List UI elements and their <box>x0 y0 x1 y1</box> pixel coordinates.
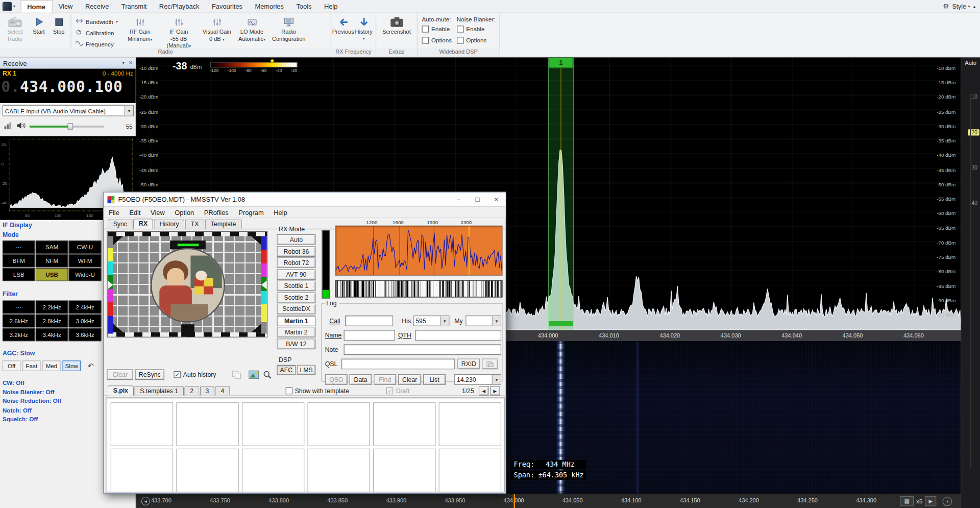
rx-mode-button[interactable]: Robot 72 <box>277 257 315 268</box>
mode-button[interactable]: SAM <box>36 240 68 254</box>
his-select[interactable]: 595▼ <box>413 316 449 326</box>
auto-history-checkbox[interactable]: Auto history <box>174 371 216 378</box>
prev-page-button[interactable]: ◀ <box>479 386 489 395</box>
filter-button[interactable]: 2.2kHz <box>36 301 68 314</box>
dropdown-arrow-icon[interactable]: ▼ <box>492 375 501 384</box>
filter-button[interactable]: 3.2kHz <box>3 328 35 342</box>
filter-button[interactable]: 3.6kHz <box>69 328 102 342</box>
mmsstv-menu-item[interactable]: Edit <box>125 208 146 216</box>
qth-input[interactable] <box>415 330 501 341</box>
rx-mode-button[interactable]: AVT 90 <box>277 269 315 280</box>
mmsstv-tab[interactable]: TX <box>185 220 205 229</box>
qsl-input[interactable] <box>341 358 455 369</box>
volume-slider-thumb[interactable] <box>67 123 73 130</box>
show-with-template-checkbox[interactable]: Show with template <box>285 388 349 396</box>
mode-button[interactable]: ··· <box>3 240 35 254</box>
stored-picture-slot[interactable] <box>111 402 173 446</box>
radio-configuration-button[interactable]: Radio Configuration <box>270 14 308 42</box>
noise-blanker-options-checkbox[interactable]: Options <box>457 36 496 45</box>
name-label[interactable]: Name <box>325 332 342 338</box>
stored-picture-slot[interactable] <box>439 402 501 446</box>
mmsstv-menu-item[interactable]: PRofiles <box>199 208 233 216</box>
mode-button[interactable]: Wide-U <box>69 268 102 281</box>
rx-mode-button[interactable]: Scottie 2 <box>277 292 315 303</box>
mmsstv-title-bar[interactable]: F5OEO (F5OEO.MDT) - MMSSTV Ver 1.08 – □ … <box>104 192 505 207</box>
note-input[interactable] <box>344 344 501 355</box>
panel-collapse-icon[interactable]: ▾ <box>122 60 125 65</box>
rf-gain-button[interactable]: RF Gain Minimum▾ <box>122 14 158 42</box>
range-auto-label[interactable]: Auto <box>961 58 980 66</box>
mmsstv-menu-item[interactable]: View <box>145 208 169 216</box>
ribbon-collapse-icon[interactable]: ▴ <box>972 4 977 9</box>
filter-button[interactable]: ··· <box>3 301 35 314</box>
bandwidth-button[interactable]: Bandwidth▾ <box>76 17 119 26</box>
picture-icon[interactable] <box>249 371 259 380</box>
stored-picture-slot[interactable] <box>373 449 435 493</box>
rx-mode-button[interactable]: Auto <box>277 234 315 245</box>
audio-device-select[interactable]: CABLE Input (VB-Audio Virtual Cable) ▼ <box>3 105 134 116</box>
agc-button[interactable]: Slow <box>62 360 81 371</box>
list-button[interactable]: List <box>423 374 446 385</box>
if-gain-button[interactable]: IF Gain -55 dB (Manual)▾ <box>158 14 200 49</box>
rx-mode-button[interactable]: Scottie 1 <box>277 281 315 292</box>
panel-close-icon[interactable]: × <box>129 59 132 66</box>
noise-blanker-enable-checkbox[interactable]: Enable <box>457 25 496 34</box>
minimize-button[interactable]: – <box>449 192 468 206</box>
stop-button[interactable]: Stop <box>49 14 69 35</box>
lms-toggle-button[interactable]: LMS <box>297 365 316 375</box>
rx-mode-button[interactable]: Robot 36 <box>277 246 315 257</box>
mmsstv-tab[interactable]: RX <box>133 219 153 229</box>
dropdown-arrow-icon[interactable]: ▼ <box>492 316 501 325</box>
ruler-recenter-button[interactable]: + <box>943 496 952 505</box>
frequency-button[interactable]: Frequency <box>76 39 119 49</box>
style-label[interactable]: Style <box>952 3 966 10</box>
spectrum-range-strip[interactable]: Auto -10-20-30-40 <box>961 58 980 508</box>
stored-picture-slot[interactable] <box>242 449 304 493</box>
menu-tab[interactable]: Transmit <box>115 0 153 12</box>
filter-button[interactable]: 2.6kHz <box>3 315 35 328</box>
dropdown-arrow-icon[interactable]: ▼ <box>125 106 133 116</box>
afc-toggle-button[interactable]: AFC <box>277 365 296 375</box>
mmsstv-tab[interactable]: History <box>154 220 184 229</box>
stored-picture-slot[interactable] <box>307 402 370 446</box>
app-menu-arrow-icon[interactable]: ▾ <box>12 0 16 12</box>
agc-button[interactable]: Off <box>3 360 21 371</box>
call-input[interactable] <box>345 316 393 326</box>
stored-picture-slot[interactable] <box>307 449 370 493</box>
mmsstv-menu-item[interactable]: Help <box>268 208 292 216</box>
menu-tab[interactable]: View <box>52 0 79 12</box>
menu-tab[interactable]: Tools <box>290 0 318 12</box>
stored-picture-slot[interactable] <box>439 449 501 493</box>
menu-tab[interactable]: Receive <box>79 0 115 12</box>
rx-mode-button[interactable]: Martin 2 <box>277 327 315 337</box>
mmsstv-menu-item[interactable]: Program <box>234 208 269 216</box>
start-button[interactable]: Start <box>29 14 48 35</box>
volume-slider[interactable] <box>30 123 105 130</box>
auto-mute-enable-checkbox[interactable]: Enable <box>422 25 452 34</box>
template-tab[interactable]: S.pix <box>108 385 134 396</box>
signal-colour-scale[interactable] <box>210 62 297 67</box>
next-page-button[interactable]: ▶ <box>490 386 500 395</box>
frequency-display[interactable]: RX 1 0 - 4000 Hz 0.434.000.100 <box>0 69 136 103</box>
frequency-history-button[interactable]: History ▾ <box>354 14 374 42</box>
dsp-status-line[interactable]: Notch: Off <box>3 406 62 415</box>
rx-mode-button[interactable]: ScottieDX <box>277 304 315 315</box>
dropdown-arrow-icon[interactable]: ▼ <box>440 316 449 325</box>
menu-tab[interactable]: Home <box>20 0 53 12</box>
lo-mode-button[interactable]: LO Mode Automatic▾ <box>234 14 270 42</box>
ruler-scroll-right-button[interactable]: ▶ <box>925 496 936 506</box>
mode-button[interactable]: NFM <box>36 254 68 268</box>
dsp-status-line[interactable]: Noise Reduction: Off <box>3 397 62 406</box>
audio-levels-icon[interactable] <box>4 122 12 131</box>
menu-tab[interactable]: Memories <box>249 0 290 12</box>
my-select[interactable]: ▼ <box>465 316 501 326</box>
qso-button[interactable]: QSO <box>325 374 348 385</box>
range-slider-groove[interactable] <box>970 94 971 469</box>
calibration-button[interactable]: Calibration <box>76 28 119 37</box>
dsp-status-line[interactable]: Noise Blanker: Off <box>3 388 62 397</box>
menu-tab[interactable]: Favourites <box>206 0 249 12</box>
mode-button[interactable]: CW-U <box>69 240 102 254</box>
mmsstv-menu-item[interactable]: Option <box>170 208 199 216</box>
menu-tab[interactable]: Help <box>318 0 344 12</box>
qth-label[interactable]: QTH <box>398 332 411 338</box>
